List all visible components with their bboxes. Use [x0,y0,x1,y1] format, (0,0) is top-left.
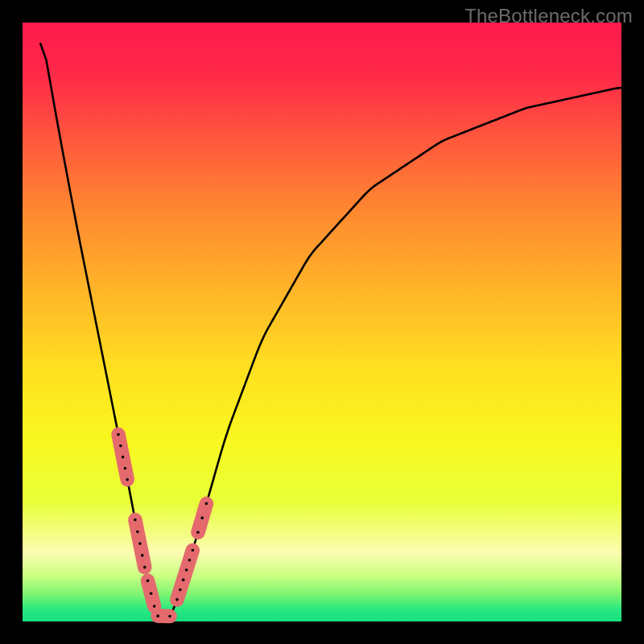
bottleneck-plot [0,0,644,644]
marker-dot [168,615,171,618]
marker-dot [141,554,144,557]
marker-dot [192,549,195,552]
marker-dot [200,517,204,520]
marker-dot [156,614,159,617]
marker-dot [147,580,150,583]
marker-dot [119,444,122,448]
watermark-text: TheBottleneck.com [464,5,633,27]
marker-dot [188,559,192,562]
marker-dot [138,542,142,545]
marker-dot [122,456,125,459]
marker-dot [124,467,127,470]
marker-dot [182,579,185,582]
marker-dot [205,502,208,506]
marker-dot [134,518,137,522]
marker-dot [150,592,153,595]
marker-dot [175,598,179,601]
marker-dot [136,530,139,534]
marker-dot [196,530,200,534]
marker-dot [185,568,188,572]
marker-dot [179,588,182,592]
marker-dot [153,605,156,608]
marker-dot [117,433,120,436]
plot-background [23,23,621,621]
marker-dot [126,478,129,481]
chart-frame: TheBottleneck.com [0,0,644,644]
marker-dot [143,566,147,569]
